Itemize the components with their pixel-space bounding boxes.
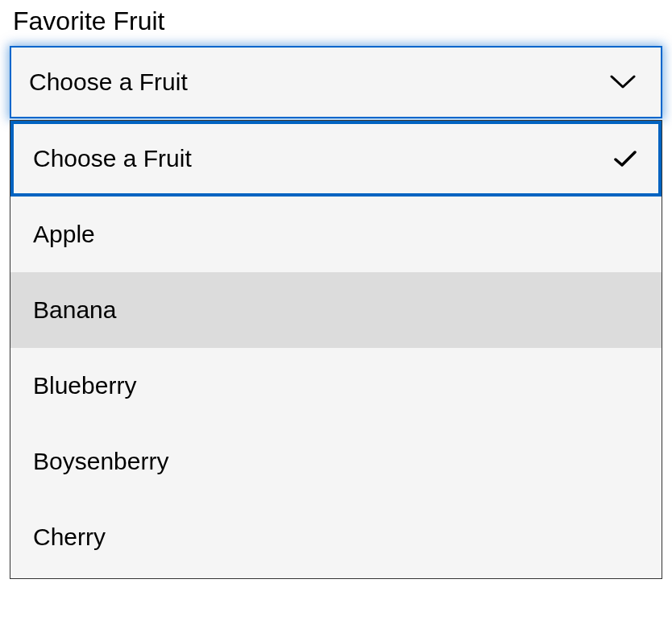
dropdown-option[interactable]: Cherry: [10, 499, 662, 575]
dropdown-option[interactable]: Blueberry: [10, 348, 662, 424]
chevron-down-icon: [609, 74, 637, 90]
dropdown-option-label: Apple: [33, 221, 95, 248]
select-trigger-text: Choose a Fruit: [29, 68, 188, 96]
dropdown-option-label: Blueberry: [33, 372, 136, 399]
check-icon: [613, 149, 637, 168]
dropdown-listbox[interactable]: Choose a FruitAppleBananaBlueberryBoysen…: [10, 120, 662, 579]
dropdown-option[interactable]: Choose a Fruit: [10, 121, 662, 197]
dropdown-option[interactable]: Boysenberry: [10, 424, 662, 499]
dropdown-option[interactable]: Apple: [10, 197, 662, 272]
dropdown-option-label: Cherry: [33, 523, 106, 551]
dropdown-option[interactable]: Banana: [10, 272, 662, 348]
select-wrapper: Choose a Fruit Choose a FruitAppleBanana…: [10, 46, 662, 118]
dropdown-option-label: Boysenberry: [33, 448, 168, 475]
field-label: Favorite Fruit: [10, 6, 662, 36]
dropdown-option-label: Banana: [33, 296, 116, 324]
dropdown-option[interactable]: Cranberry: [10, 575, 662, 579]
select-trigger[interactable]: Choose a Fruit: [10, 46, 662, 118]
dropdown-option-label: Choose a Fruit: [33, 145, 192, 172]
